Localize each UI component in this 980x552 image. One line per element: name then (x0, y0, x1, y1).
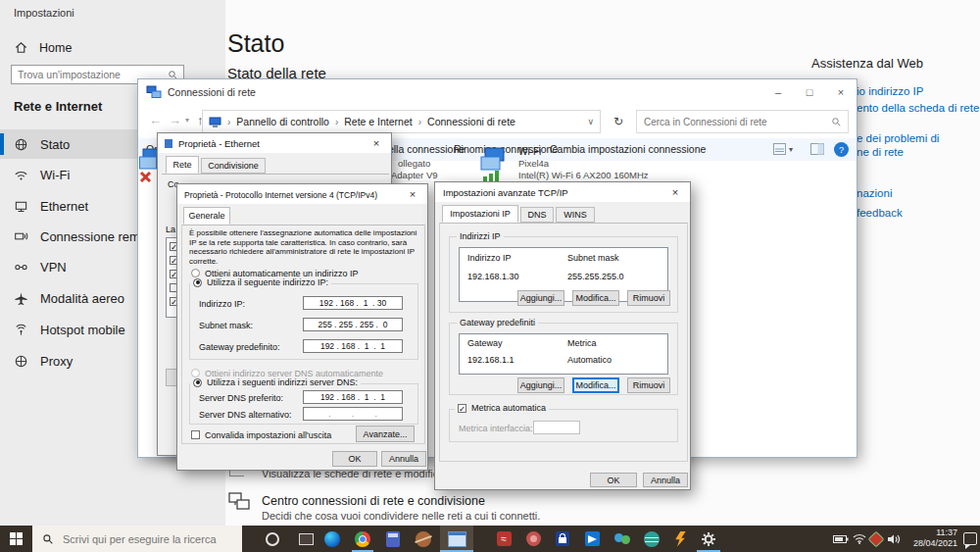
gw-modifica-button[interactable]: Modifica... (572, 377, 619, 393)
help-link[interactable]: nazioni (857, 187, 892, 199)
metric-interface-field[interactable] (533, 421, 580, 434)
close-button[interactable]: × (825, 79, 857, 105)
help-link[interactable]: ento della scheda di rete o (857, 102, 980, 114)
radio-manual-ip[interactable]: Utilizza il seguente indirizzo IP: (190, 277, 331, 287)
action-center-button[interactable] (960, 526, 980, 552)
ip-rimuovi-button[interactable]: Rimuovi (627, 290, 670, 306)
column-header[interactable]: Indirizzo IP (467, 253, 512, 263)
taskbar-app-chrome[interactable] (349, 526, 376, 552)
sharing-center-title[interactable]: Centro connessioni di rete e condivision… (262, 494, 485, 508)
help-link[interactable]: e dei problemi di (857, 132, 939, 144)
gateway-field[interactable]: 192 . 168 . 1 . 1 (303, 339, 403, 353)
forward-icon[interactable]: → (169, 113, 181, 127)
hotspot-icon (14, 323, 28, 337)
ip-modifica-button[interactable]: Modifica... (572, 290, 619, 306)
breadcrumb-rete-internet[interactable]: Rete e Internet (344, 116, 412, 127)
column-header[interactable]: Gateway (467, 338, 503, 348)
taskbar-app-calculator[interactable] (379, 526, 407, 552)
close-icon[interactable]: × (362, 133, 391, 153)
task-view-button[interactable] (290, 526, 321, 552)
taskbar-app-red1[interactable]: ≈ (490, 526, 517, 552)
column-header[interactable]: Subnet mask (567, 253, 619, 263)
sidebar-item-home[interactable]: Home (14, 40, 72, 55)
maximize-button[interactable]: □ (794, 79, 825, 105)
clock[interactable]: 11:37 28/04/2021 (906, 527, 957, 550)
ok-button[interactable]: OK (332, 451, 377, 467)
back-icon[interactable]: ← (149, 113, 162, 127)
breadcrumb-control-panel[interactable]: Pannello di controllo (236, 116, 329, 127)
tab-dns[interactable]: DNS (520, 207, 554, 223)
dialog-titlebar[interactable]: Proprietà - Protocollo Internet versione… (177, 184, 427, 204)
advanced-tcpip-dialog: Impostazioni avanzate TCP/IP × Impostazi… (434, 181, 691, 490)
explorer-search-box[interactable] (636, 110, 849, 133)
taskbar-app-globe[interactable] (638, 526, 665, 552)
taskbar-app-red2[interactable] (519, 526, 547, 552)
gw-rimuovi-button[interactable]: Rimuovi (627, 377, 670, 393)
radio-manual-dns[interactable]: Utilizza i seguenti indirizzi server DNS… (190, 377, 361, 387)
address-dropdown-icon[interactable]: ∨ (587, 117, 594, 126)
dialog-titlebar[interactable]: Impostazioni avanzate TCP/IP (435, 182, 690, 202)
app-tray-icon[interactable] (868, 526, 884, 552)
tab-condivisione[interactable]: Condivisione (201, 158, 266, 174)
taskbar-app-edge[interactable] (318, 526, 346, 552)
taskbar-app-people[interactable] (608, 526, 637, 552)
cortana-button[interactable] (257, 526, 288, 552)
minimize-button[interactable]: – (762, 79, 794, 105)
taskbar-app-bolt[interactable] (667, 526, 693, 552)
table-cell[interactable]: 192.168.1.30 (467, 272, 519, 281)
dialup-icon (14, 229, 28, 244)
gateways-table[interactable]: Gateway Metrica 192.168.1.1 Automatico (459, 333, 668, 375)
wifi-connection-icon[interactable] (479, 145, 511, 182)
validate-checkbox[interactable]: Convalida impostazioni all'uscita (191, 430, 331, 440)
tab-generale[interactable]: Generale (183, 207, 230, 225)
metric-checkbox[interactable]: ✓Metrica automatica (455, 403, 549, 413)
avanzate-button[interactable]: Avanzate... (356, 426, 415, 442)
refresh-icon[interactable]: ↻ (607, 110, 630, 133)
history-dropdown-icon[interactable]: ▾ (185, 116, 189, 125)
help-link[interactable]: io indirizzo IP (857, 85, 923, 97)
subnet-field[interactable]: 255 . 255 . 255 . 0 (303, 318, 403, 331)
taskbar-app-network-connections-active[interactable] (440, 526, 473, 552)
taskbar-app-send[interactable] (578, 526, 606, 552)
taskbar-app-planet[interactable] (410, 526, 437, 552)
close-icon[interactable]: × (398, 184, 427, 204)
ip-aggiungi-button[interactable]: Aggiungi... (517, 290, 564, 306)
tab-rete[interactable]: Rete (166, 156, 199, 174)
explorer-search-input[interactable] (637, 117, 831, 127)
help-icon[interactable]: ? (834, 142, 849, 157)
taskbar-search-box[interactable] (32, 526, 242, 552)
view-options-icon[interactable]: ▾ (773, 143, 793, 155)
help-link[interactable]: ne di rete (857, 146, 904, 158)
table-cell[interactable]: Automatico (567, 355, 612, 365)
dns2-field[interactable]: . . . (303, 407, 403, 421)
close-icon[interactable]: × (661, 182, 690, 202)
ip-field[interactable]: 192 . 168 . 1 . 30 (303, 296, 403, 310)
volume-tray-icon[interactable] (885, 526, 902, 552)
preview-pane-icon[interactable] (810, 143, 824, 155)
column-header[interactable]: Metrica (567, 338, 597, 348)
toolbar-cambia[interactable]: Cambia impostazioni connessione (550, 143, 706, 155)
tab-wins[interactable]: WINS (556, 207, 595, 223)
radio-icon (191, 369, 200, 377)
start-button[interactable] (0, 526, 32, 552)
explorer-titlebar[interactable]: Connessioni di rete – □ × (138, 79, 857, 105)
breadcrumb[interactable]: › Pannello di controllo › Rete e Interne… (202, 110, 601, 133)
ok-button[interactable]: OK (590, 473, 637, 487)
dialog-titlebar[interactable]: Proprietà - Ethernet (158, 133, 391, 153)
annulla-button[interactable]: Annulla (381, 451, 426, 467)
taskbar-app-lock[interactable] (549, 526, 576, 552)
wifi-tray-icon[interactable] (851, 526, 867, 552)
help-link[interactable]: feedback (857, 207, 903, 219)
taskbar-app-settings-active[interactable] (694, 526, 723, 552)
nav-label: Ethernet (40, 199, 88, 214)
tab-impostazioni-ip[interactable]: Impostazioni IP (442, 205, 518, 223)
breadcrumb-connessioni[interactable]: Connessioni di rete (427, 116, 515, 127)
taskbar-search-input[interactable] (61, 532, 242, 546)
wifi-connection-name[interactable]: Wi-Fi (518, 146, 541, 157)
table-cell[interactable]: 255.255.255.0 (567, 272, 624, 281)
table-cell[interactable]: 192.168.1.1 (467, 355, 514, 365)
gw-aggiungi-button[interactable]: Aggiungi... (517, 377, 564, 393)
battery-tray-icon[interactable] (832, 526, 850, 552)
annulla-button[interactable]: Annulla (643, 473, 688, 487)
dns1-field[interactable]: 192 . 168 . 1 . 1 (303, 390, 403, 404)
